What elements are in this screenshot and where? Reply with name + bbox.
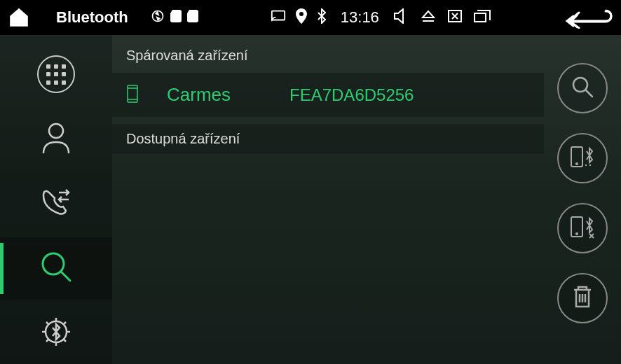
device-name: Carmes bbox=[167, 84, 231, 106]
phone-device-icon bbox=[126, 85, 139, 106]
clock: 13:16 bbox=[341, 8, 379, 27]
recent-apps-icon[interactable] bbox=[473, 9, 491, 26]
status-bar-center: 13:16 bbox=[271, 8, 491, 27]
svg-rect-3 bbox=[475, 13, 486, 22]
bluetooth-gear-icon bbox=[38, 314, 74, 353]
eject-icon[interactable] bbox=[420, 9, 437, 26]
dialpad-icon bbox=[37, 55, 75, 93]
page-title: Bluetooth bbox=[56, 8, 128, 27]
trash-icon bbox=[571, 284, 594, 312]
unpair-device-button[interactable] bbox=[557, 203, 608, 253]
person-icon bbox=[38, 120, 74, 159]
left-sidebar bbox=[0, 35, 112, 364]
svg-point-4 bbox=[49, 124, 63, 138]
paired-device-row[interactable]: Carmes FEA7DA6D5256 bbox=[112, 72, 544, 118]
cast-icon bbox=[271, 9, 286, 26]
status-bar-right bbox=[564, 4, 613, 31]
sd-card-icon bbox=[170, 10, 182, 25]
svg-point-10 bbox=[573, 78, 587, 92]
phone-transfer-icon bbox=[38, 184, 74, 223]
search-icon bbox=[38, 248, 74, 288]
search-icon bbox=[570, 74, 595, 102]
sidebar-item-contacts[interactable] bbox=[0, 108, 112, 169]
svg-rect-1 bbox=[272, 11, 285, 20]
home-icon[interactable] bbox=[8, 7, 29, 28]
status-bar-left: Bluetooth bbox=[8, 7, 198, 28]
sidebar-item-call-log[interactable] bbox=[0, 173, 112, 234]
available-devices-header: Dostupná zařízení bbox=[112, 123, 544, 155]
sd-card-icon-2 bbox=[187, 10, 198, 25]
sidebar-item-search[interactable] bbox=[0, 237, 112, 299]
status-bar: Bluetooth 13:16 bbox=[0, 0, 621, 35]
location-icon bbox=[296, 8, 307, 27]
svg-point-12 bbox=[576, 163, 578, 164]
volume-mute-icon[interactable] bbox=[393, 8, 410, 27]
aperture-icon bbox=[151, 9, 165, 26]
device-bluetooth-pair-icon bbox=[568, 144, 596, 172]
body: Spárovaná zařízení Carmes FEA7DA6D5256 D… bbox=[0, 35, 621, 364]
pair-device-button[interactable] bbox=[557, 133, 608, 183]
right-sidebar bbox=[544, 35, 621, 364]
device-bluetooth-unpair-icon bbox=[568, 214, 596, 242]
main-content: Spárovaná zařízení Carmes FEA7DA6D5256 D… bbox=[112, 35, 544, 364]
status-icons-left bbox=[151, 9, 198, 26]
svg-point-14 bbox=[576, 233, 578, 234]
sidebar-item-settings[interactable] bbox=[0, 302, 112, 364]
sidebar-item-dialpad[interactable] bbox=[0, 43, 112, 105]
delete-button[interactable] bbox=[557, 273, 608, 323]
search-devices-button[interactable] bbox=[557, 63, 608, 113]
back-icon[interactable] bbox=[564, 19, 613, 31]
bluetooth-icon bbox=[317, 8, 327, 27]
paired-devices-header: Spárovaná zařízení bbox=[112, 42, 544, 69]
device-mac: FEA7DA6D5256 bbox=[289, 85, 414, 105]
close-window-icon[interactable] bbox=[446, 8, 463, 27]
